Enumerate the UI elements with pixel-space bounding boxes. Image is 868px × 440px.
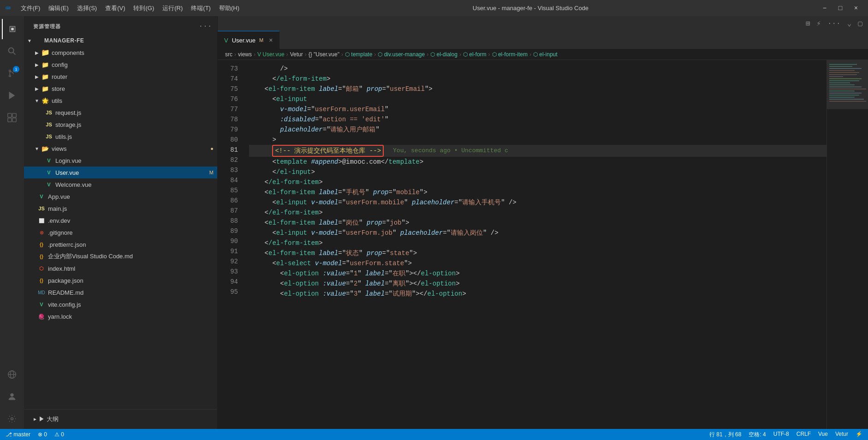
maximize-panel-button[interactable]: ▢ bbox=[856, 18, 864, 29]
titlebar: ⌨ 文件(F) 编辑(E) 选择(S) 查看(V) 转到(G) 运行(R) 终端… bbox=[0, 0, 868, 16]
tree-item-index-html[interactable]: ⬡ index.html bbox=[24, 262, 217, 274]
folder-open-icon: 🌟 bbox=[41, 96, 50, 105]
bc-json[interactable]: {} "User.vue" bbox=[309, 51, 339, 58]
maximize-button[interactable]: □ bbox=[834, 2, 847, 15]
tree-item-prettierrc[interactable]: {} .prettierrc.json bbox=[24, 238, 217, 250]
tree-item-main[interactable]: JS main.js bbox=[24, 202, 217, 214]
activity-run[interactable] bbox=[2, 85, 22, 106]
activity-source-control[interactable]: 1 bbox=[2, 63, 22, 83]
svg-rect-10 bbox=[12, 118, 16, 122]
tree-item-config[interactable]: ▶ 📁 config bbox=[24, 59, 217, 71]
code-line-83: </el-input> bbox=[249, 167, 826, 177]
vetur[interactable]: Vetur bbox=[835, 431, 848, 439]
activity-explorer[interactable] bbox=[2, 19, 22, 39]
code-line-73: /> bbox=[249, 64, 826, 74]
code-line-81: <!-- 演示提交代码至本地仓库 --> You, seconds ago • … bbox=[249, 145, 826, 157]
svg-marker-6 bbox=[9, 92, 15, 100]
tree-item-store[interactable]: ▶ 📁 store bbox=[24, 83, 217, 95]
code-line-95: <el-option :value="3" label="试用期"></el-o… bbox=[249, 289, 826, 299]
tree-item-env[interactable]: ⬜ .env.dev bbox=[24, 214, 217, 226]
menu-view[interactable]: 查看(V) bbox=[101, 2, 129, 14]
tree-item-gitignore[interactable]: ⊗ .gitignore bbox=[24, 226, 217, 238]
user-vue-label: User.vue bbox=[55, 169, 208, 176]
tree-item-app[interactable]: V App.vue bbox=[24, 190, 217, 202]
svg-point-1 bbox=[9, 48, 14, 53]
live-server[interactable]: ⚡ bbox=[856, 431, 862, 439]
code-line-89: <el-input v-model="userForm.job" placeho… bbox=[249, 228, 826, 238]
outline-section[interactable]: ▶ ▶ 大纲 bbox=[31, 413, 210, 425]
tree-item-request[interactable]: JS request.js bbox=[24, 107, 217, 119]
tree-item-vite[interactable]: V vite.config.js bbox=[24, 298, 217, 310]
line-ending[interactable]: CRLF bbox=[797, 431, 811, 439]
bc-form-item[interactable]: ⬡ el-form-item bbox=[492, 51, 528, 58]
bc-vetur[interactable]: Vetur bbox=[290, 51, 303, 58]
tree-item-components[interactable]: ▶ 📁 components bbox=[24, 47, 217, 59]
error-count[interactable]: ⊗ 0 bbox=[38, 431, 47, 438]
utils-arrow: ▼ bbox=[33, 98, 41, 103]
outline-label: ▶ 大纲 bbox=[39, 415, 59, 423]
bc-input[interactable]: ⬡ el-input bbox=[533, 51, 558, 58]
json-icon: {} bbox=[37, 276, 46, 285]
menu-file[interactable]: 文件(F) bbox=[17, 2, 44, 14]
activity-search[interactable] bbox=[2, 41, 22, 61]
tree-item-yarn[interactable]: 🧶 yarn.lock bbox=[24, 310, 217, 322]
collapse-button[interactable]: ⌄ bbox=[845, 18, 854, 29]
bc-src[interactable]: src bbox=[225, 51, 232, 58]
git-branch[interactable]: ⎇ master bbox=[6, 431, 30, 438]
tree-item-views[interactable]: ▼ 📂 views ● bbox=[24, 143, 217, 155]
language-mode[interactable]: Vue bbox=[818, 431, 828, 439]
bc-div[interactable]: ⬡ div.user-manage bbox=[378, 51, 425, 58]
cursor-position[interactable]: 行 81，列 68 bbox=[709, 431, 741, 439]
minimap bbox=[826, 60, 868, 429]
svg-rect-36 bbox=[827, 60, 868, 109]
tree-item-login[interactable]: V Login.vue bbox=[24, 155, 217, 166]
encoding[interactable]: UTF-8 bbox=[773, 431, 789, 439]
menu-select[interactable]: 选择(S) bbox=[73, 2, 101, 14]
menu-terminal[interactable]: 终端(T) bbox=[187, 2, 214, 14]
code-line-77: v-model="userForm.userEmail" bbox=[249, 104, 826, 114]
tree-item-router[interactable]: ▶ 📁 router bbox=[24, 71, 217, 83]
tree-item-welcome[interactable]: V Welcome.vue bbox=[24, 178, 217, 190]
tree-item-vscode-md[interactable]: {} 企业内部Visual Studio Code.md bbox=[24, 250, 217, 262]
tree-item-user[interactable]: V User.vue M bbox=[24, 166, 217, 178]
menu-help[interactable]: 帮助(H) bbox=[215, 2, 243, 14]
split-editor-button[interactable]: ⊞ bbox=[804, 18, 812, 29]
tree-root[interactable]: ▼ MANAGER-FE bbox=[24, 35, 217, 47]
yarn-label: yarn.lock bbox=[48, 313, 214, 320]
activity-remote[interactable] bbox=[2, 364, 22, 385]
menu-run[interactable]: 运行(R) bbox=[159, 2, 186, 14]
tree-item-utils-js[interactable]: JS utils.js bbox=[24, 131, 217, 143]
indentation[interactable]: 空格: 4 bbox=[749, 431, 766, 439]
svg-point-15 bbox=[11, 418, 13, 420]
bc-file[interactable]: V User.vue bbox=[257, 51, 285, 58]
tree-item-package[interactable]: {} package.json bbox=[24, 274, 217, 286]
sidebar-outline[interactable]: ▶ ▶ 大纲 bbox=[24, 409, 217, 429]
tree-item-utils[interactable]: ▼ 🌟 utils bbox=[24, 95, 217, 107]
sidebar-more-button[interactable]: ··· bbox=[201, 22, 210, 31]
tab-close-button[interactable]: × bbox=[269, 36, 273, 44]
go-live-button[interactable]: ⚡ bbox=[814, 18, 823, 29]
store-arrow: ▶ bbox=[33, 86, 41, 91]
code-content[interactable]: /> </el-form-item> <el-form-item label="… bbox=[245, 60, 826, 429]
activity-extensions[interactable] bbox=[2, 107, 22, 128]
minimize-button[interactable]: − bbox=[818, 2, 831, 15]
package-label: package.json bbox=[48, 277, 214, 284]
editor-toolbar: ⊞ ⚡ ··· ⌄ ▢ bbox=[218, 16, 868, 31]
bc-form[interactable]: ⬡ el-form bbox=[463, 51, 487, 58]
bc-dialog[interactable]: ⬡ el-dialog bbox=[430, 51, 458, 58]
menu-edit[interactable]: 编辑(E) bbox=[45, 2, 72, 14]
activity-settings[interactable] bbox=[2, 409, 22, 429]
code-line-74: </el-form-item> bbox=[249, 74, 826, 84]
bc-views[interactable]: views bbox=[238, 51, 252, 58]
menu-goto[interactable]: 转到(G) bbox=[130, 2, 158, 14]
tree-item-storage[interactable]: JS storage.js bbox=[24, 119, 217, 131]
tree-item-readme[interactable]: MD README.md bbox=[24, 286, 217, 298]
close-button[interactable]: × bbox=[850, 2, 862, 15]
bc-template[interactable]: ⬡ template bbox=[345, 51, 372, 58]
code-line-87: </el-form-item> bbox=[249, 208, 826, 218]
activity-account[interactable] bbox=[2, 386, 22, 407]
tab-user-vue[interactable]: V User.vue M × bbox=[218, 31, 279, 49]
more-actions-button[interactable]: ··· bbox=[826, 18, 843, 29]
code-line-78: :disabled="action == 'edit'" bbox=[249, 114, 826, 125]
warning-count[interactable]: ⚠ 0 bbox=[54, 431, 64, 438]
